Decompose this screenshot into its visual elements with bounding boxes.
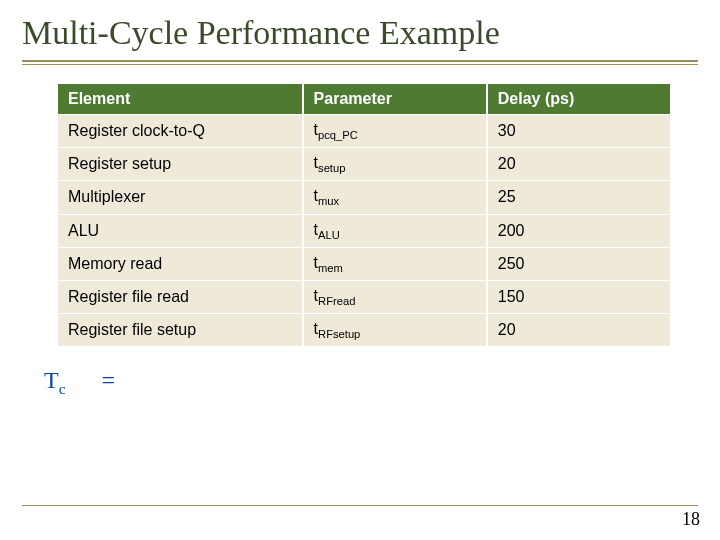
th-element: Element [57, 84, 303, 115]
cell-parameter: tmux [303, 181, 487, 214]
cell-delay: 150 [487, 280, 671, 313]
formula-eq: = [102, 367, 116, 393]
cell-element: Register clock-to-Q [57, 115, 303, 148]
table-header-row: Element Parameter Delay (ps) [57, 84, 671, 115]
table-row: Memory read tmem 250 [57, 247, 671, 280]
page-title: Multi-Cycle Performance Example [0, 0, 720, 60]
cell-element: Register file setup [57, 314, 303, 347]
formula-lhs-base: T [44, 367, 59, 393]
cell-parameter: tpcq_PC [303, 115, 487, 148]
title-underline [22, 60, 698, 65]
cell-parameter: tRFread [303, 280, 487, 313]
cell-element: ALU [57, 214, 303, 247]
tc-formula: Tc = [44, 367, 720, 398]
cell-element: Register setup [57, 148, 303, 181]
timing-table: Element Parameter Delay (ps) Register cl… [56, 83, 672, 347]
table-row: Multiplexer tmux 25 [57, 181, 671, 214]
th-parameter: Parameter [303, 84, 487, 115]
formula-lhs-sub: c [59, 380, 66, 397]
cell-parameter: tmem [303, 247, 487, 280]
table-row: ALU tALU 200 [57, 214, 671, 247]
cell-delay: 20 [487, 148, 671, 181]
timing-table-wrap: Element Parameter Delay (ps) Register cl… [56, 83, 672, 347]
cell-delay: 25 [487, 181, 671, 214]
cell-element: Multiplexer [57, 181, 303, 214]
cell-delay: 250 [487, 247, 671, 280]
footer-divider [22, 505, 698, 506]
cell-parameter: tALU [303, 214, 487, 247]
cell-element: Register file read [57, 280, 303, 313]
cell-delay: 200 [487, 214, 671, 247]
table-row: Register file setup tRFsetup 20 [57, 314, 671, 347]
cell-delay: 30 [487, 115, 671, 148]
cell-parameter: tRFsetup [303, 314, 487, 347]
th-delay: Delay (ps) [487, 84, 671, 115]
table-row: Register clock-to-Q tpcq_PC 30 [57, 115, 671, 148]
table-row: Register setup tsetup 20 [57, 148, 671, 181]
page-number: 18 [682, 509, 700, 530]
cell-parameter: tsetup [303, 148, 487, 181]
cell-element: Memory read [57, 247, 303, 280]
table-row: Register file read tRFread 150 [57, 280, 671, 313]
cell-delay: 20 [487, 314, 671, 347]
